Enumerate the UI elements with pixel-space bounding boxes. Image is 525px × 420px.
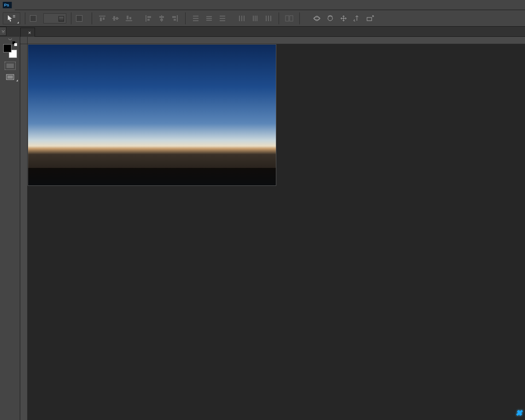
3d-roll-icon[interactable]	[325, 13, 336, 24]
align-hcenter-icon	[156, 13, 167, 24]
auto-align-icon	[284, 13, 295, 24]
ruler-origin[interactable]	[20, 37, 28, 44]
document-tab-bar: ×	[20, 27, 525, 37]
distribute-bottom-icon	[217, 13, 228, 24]
divider	[25, 12, 25, 24]
svg-rect-35	[266, 16, 267, 21]
screen-mode-button[interactable]	[4, 73, 17, 82]
svg-rect-29	[239, 16, 240, 21]
svg-rect-22	[193, 20, 198, 21]
svg-rect-2	[99, 16, 105, 17]
3d-orbit-icon[interactable]	[311, 13, 322, 24]
svg-rect-28	[220, 20, 225, 21]
svg-rect-24	[206, 18, 212, 19]
active-tool-indicator[interactable]	[3, 12, 20, 24]
water-reflection	[28, 168, 276, 185]
svg-rect-16	[160, 19, 163, 21]
distribute-left-icon	[236, 13, 247, 24]
svg-rect-36	[268, 16, 269, 21]
checkbox-icon	[76, 15, 82, 22]
align-right-edges-icon	[169, 13, 181, 24]
workspace	[0, 37, 525, 420]
panel-grip-icon[interactable]	[0, 38, 20, 41]
quick-mask-button[interactable]	[5, 62, 16, 70]
document-image[interactable]	[28, 44, 276, 186]
svg-rect-37	[270, 16, 271, 21]
svg-rect-26	[220, 16, 225, 17]
watermark-logo-icon: ✖	[515, 408, 522, 418]
svg-rect-39	[290, 16, 293, 21]
svg-rect-30	[241, 16, 242, 21]
svg-rect-20	[193, 16, 198, 17]
svg-rect-8	[126, 20, 132, 21]
align-left-edges-icon	[143, 13, 154, 24]
show-transform-checkbox[interactable]	[76, 15, 84, 22]
divider	[279, 12, 279, 24]
color-swatches[interactable]	[3, 44, 17, 58]
vertical-ruler[interactable]	[20, 44, 28, 420]
toolbar-collapse-grip[interactable]	[0, 27, 6, 36]
svg-rect-33	[255, 16, 256, 21]
svg-rect-3	[100, 17, 102, 21]
svg-rect-43	[367, 17, 372, 21]
divider	[92, 12, 92, 24]
sky-gradient	[28, 45, 276, 185]
close-icon[interactable]: ×	[28, 30, 31, 35]
align-top-edges-icon	[97, 13, 108, 24]
svg-rect-9	[127, 16, 128, 19]
document-tab[interactable]: ×	[20, 28, 35, 37]
canvas-area[interactable]	[20, 37, 525, 420]
checkbox-icon	[30, 15, 36, 22]
distribute-right-icon	[263, 13, 274, 24]
divider	[71, 12, 71, 24]
auto-select-checkbox[interactable]	[30, 15, 38, 22]
svg-rect-12	[147, 16, 151, 18]
default-colors-icon[interactable]	[12, 41, 17, 46]
canvas-viewport[interactable]	[28, 44, 525, 420]
svg-rect-13	[147, 19, 150, 21]
svg-rect-38	[286, 16, 289, 21]
svg-rect-27	[220, 18, 225, 19]
3d-pan-icon[interactable]	[338, 13, 349, 24]
svg-rect-31	[244, 16, 245, 21]
svg-rect-34	[257, 16, 257, 21]
svg-rect-10	[129, 17, 131, 19]
divider	[299, 12, 300, 24]
svg-text:Ps: Ps	[4, 3, 9, 7]
tools-panel	[0, 37, 20, 420]
svg-rect-21	[193, 18, 198, 19]
3d-slide-icon[interactable]	[351, 13, 362, 24]
watermark: ✖	[515, 409, 522, 418]
svg-rect-11	[146, 15, 146, 22]
svg-point-42	[328, 16, 332, 21]
auto-select-dropdown[interactable]	[43, 13, 66, 23]
svg-rect-7	[116, 17, 118, 20]
distribute-top-icon	[190, 13, 201, 24]
svg-rect-19	[174, 19, 176, 21]
3d-scale-icon[interactable]	[365, 13, 376, 24]
svg-rect-17	[177, 15, 178, 22]
divider	[185, 12, 186, 24]
align-bottom-edges-icon	[123, 13, 134, 24]
options-bar	[0, 10, 525, 27]
svg-rect-4	[103, 17, 105, 20]
distribute-hcenter-icon	[250, 13, 261, 24]
svg-rect-6	[113, 16, 115, 21]
svg-rect-23	[206, 16, 212, 17]
svg-rect-18	[172, 16, 176, 18]
horizontal-ruler[interactable]	[28, 37, 525, 44]
foreground-color-swatch[interactable]	[3, 44, 12, 52]
svg-rect-25	[206, 20, 212, 21]
svg-rect-32	[253, 16, 254, 21]
distribute-vcenter-icon	[204, 13, 215, 24]
app-logo: Ps	[0, 0, 15, 10]
align-vcenter-icon	[110, 13, 121, 24]
svg-rect-45	[7, 75, 13, 79]
svg-rect-15	[159, 16, 164, 18]
menu-bar: Ps	[0, 0, 525, 10]
